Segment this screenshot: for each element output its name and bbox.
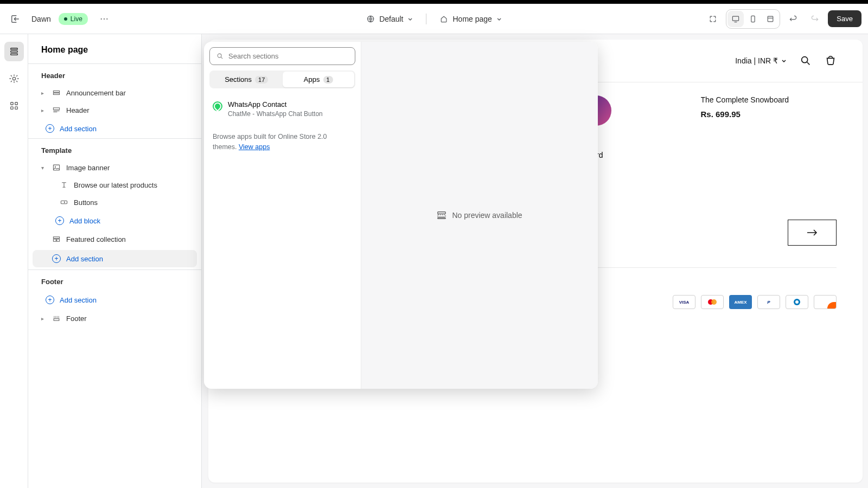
app-subtitle: ChatMe - WhatsApp Chat Button [228,110,323,119]
visa-icon: VISA [673,295,695,309]
svg-rect-10 [10,107,13,110]
text-icon [60,181,68,189]
tab-apps[interactable]: Apps 1 [283,72,355,87]
sidebar-item-image-banner[interactable]: ▾ Image banner [33,159,197,176]
more-button[interactable]: ⋯ [95,10,113,28]
svg-rect-29 [438,215,445,217]
sidebar-item-footer[interactable]: ▸ Footer [33,310,197,327]
inspector-button[interactable] [704,10,722,28]
divider [426,14,426,24]
discover-icon [814,295,837,309]
paypal-icon: P [757,295,780,309]
add-section-footer[interactable]: +Add section [28,290,201,310]
svg-rect-9 [15,102,17,105]
sidebar-item-announcement-bar[interactable]: ▸ Announcement bar [33,84,197,101]
locale-selector[interactable]: Default [366,15,413,23]
apps-count-badge: 1 [323,76,333,84]
locale-label: Default [379,15,403,23]
svg-rect-14 [53,108,59,110]
svg-rect-6 [10,54,17,55]
view-apps-link[interactable]: View apps [239,143,270,151]
svg-rect-2 [751,16,755,22]
theme-name: Dawn [31,15,51,23]
section-icon [52,106,61,114]
svg-rect-15 [53,165,59,170]
live-badge: Live [59,13,88,25]
svg-rect-4 [10,48,17,50]
search-input-wrapper [209,47,355,65]
next-arrow-button[interactable] [788,220,837,246]
sidebar-block-browse-text[interactable]: Browse our latest products [33,176,197,194]
app-name: WhatsApp Contact [228,100,323,108]
image-icon [52,163,61,172]
add-section-header[interactable]: +Add section [28,119,201,138]
add-section-template[interactable]: ▸ + Add section [33,250,197,267]
settings-rail-button[interactable] [4,69,24,88]
cart-icon[interactable] [825,55,837,67]
tab-sections[interactable]: Sections 17 [210,72,283,87]
template-group-label: Template [28,139,201,159]
search-input[interactable] [228,52,348,60]
search-icon[interactable] [800,55,812,67]
fullscreen-button[interactable] [762,11,778,27]
product-card[interactable]: The Complete Snowboard Rs. 699.95 [701,95,837,174]
left-rail [0,34,28,488]
desktop-view-button[interactable] [727,11,744,27]
redo-button[interactable] [806,10,824,28]
button-icon [60,198,68,207]
svg-point-24 [711,299,717,305]
sidebar-item-label: Buttons [74,198,98,207]
sidebar-item-label: Featured collection [66,235,126,243]
country-selector[interactable]: India | INR ₹ [735,56,787,65]
mastercard-icon [701,295,724,309]
svg-rect-28 [438,212,445,214]
section-icon [437,210,446,220]
sidebar-item-label: Browse our latest products [74,181,157,189]
page-label: Home page [452,15,492,23]
svg-point-7 [12,77,15,80]
svg-point-26 [795,300,799,304]
footer-group-label: Footer [28,270,201,290]
browse-apps-text: Browse apps built for Online Store 2.0 t… [209,124,355,160]
sidebar-item-header[interactable]: ▸ Header [33,101,197,119]
svg-rect-20 [57,239,60,241]
sidebar-block-buttons[interactable]: Buttons [33,194,197,211]
footer-icon [52,314,61,323]
svg-rect-12 [53,91,59,93]
no-preview-label: No preview available [452,211,522,220]
add-section-popover: Sections 17 Apps 1 WhatsApp Contact Chat… [204,42,598,389]
svg-rect-8 [10,102,13,105]
search-icon [216,53,224,60]
svg-point-27 [218,54,221,57]
add-block[interactable]: +Add block [28,211,201,230]
sidebar-item-label: Header [66,106,90,114]
svg-rect-19 [53,239,56,241]
header-group-label: Header [28,64,201,84]
sections-rail-button[interactable] [4,42,24,61]
svg-rect-1 [733,16,739,21]
diners-icon [786,295,808,309]
sidebar-item-label: Footer [66,314,87,323]
app-item-whatsapp[interactable]: WhatsApp Contact ChatMe - WhatsApp Chat … [209,95,355,124]
sections-count-badge: 17 [255,76,268,84]
undo-button[interactable] [784,10,802,28]
apps-rail-button[interactable] [4,96,24,115]
tab-row: Sections 17 Apps 1 [209,70,355,88]
save-button[interactable]: Save [828,10,861,27]
page-title: Home page [28,34,201,63]
svg-rect-3 [768,16,774,22]
svg-point-22 [802,57,808,63]
device-group [726,9,780,29]
whatsapp-icon [213,101,222,111]
sidebar-item-label: Image banner [66,164,110,172]
svg-rect-5 [10,51,17,53]
page-selector[interactable]: Home page [439,15,501,23]
sidebar-item-label: Announcement bar [66,89,126,97]
sidebar-item-featured-collection[interactable]: ▸ Featured collection [33,230,197,248]
section-icon [52,235,61,243]
mobile-view-button[interactable] [745,11,761,27]
exit-button[interactable] [7,10,24,28]
preview-canvas: karanisbuildingstore Home Catalog Contac… [202,34,868,488]
svg-rect-13 [53,93,59,95]
sections-sidebar: Home page Header ▸ Announcement bar ▸ He… [28,34,202,488]
